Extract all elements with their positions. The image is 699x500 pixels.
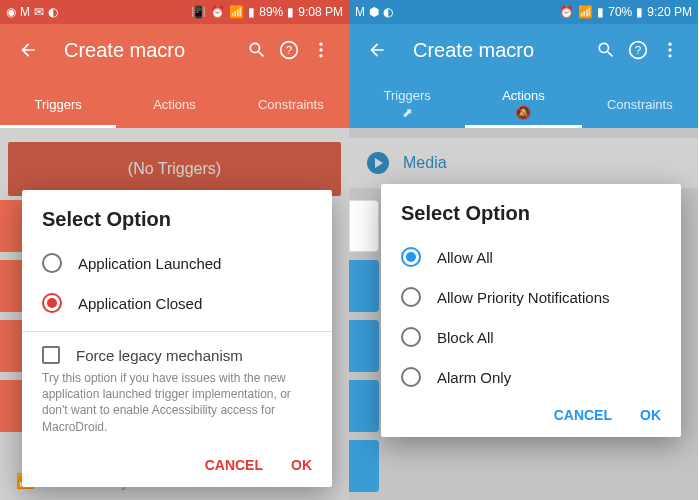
cancel-button[interactable]: CANCEL <box>554 407 612 423</box>
overflow-button[interactable] <box>305 40 337 60</box>
checkbox-icon <box>42 346 60 364</box>
help-button[interactable]: ? <box>273 40 305 60</box>
radio-icon <box>42 253 62 273</box>
svg-point-7 <box>668 43 671 46</box>
svg-text:?: ? <box>635 43 642 56</box>
select-option-dialog: Select Option Application Launched Appli… <box>22 190 332 487</box>
radio-application-launched[interactable]: Application Launched <box>22 243 332 283</box>
ok-button[interactable]: OK <box>640 407 661 423</box>
clock: 9:20 PM <box>647 5 692 19</box>
status-bar: M ⬢ ◐ ⏰ 📶 ▮ 70% ▮ 9:20 PM <box>349 0 698 24</box>
notif-icon: M <box>20 5 30 19</box>
battery-percent: 70% <box>608 5 632 19</box>
search-button[interactable] <box>590 40 622 60</box>
radio-icon <box>42 293 62 313</box>
wifi-icon: 📶 <box>229 5 244 19</box>
vibrate-icon: 📳 <box>191 5 206 19</box>
checkbox-force-legacy[interactable]: Force legacy mechanism <box>22 336 332 370</box>
sidebar-icon <box>349 200 379 252</box>
sidebar-icon <box>349 260 379 312</box>
radio-allow-priority[interactable]: Allow Priority Notifications <box>381 277 681 317</box>
battery-icon: ▮ <box>287 5 294 19</box>
battery-icon: ▮ <box>636 5 643 19</box>
tab-constraints[interactable]: Constraints <box>233 76 349 128</box>
svg-point-3 <box>319 48 322 51</box>
notif-icon: ⬢ <box>369 5 379 19</box>
svg-point-9 <box>668 54 671 57</box>
tab-triggers[interactable]: Triggers⬈ <box>349 76 465 128</box>
tab-actions[interactable]: Actions <box>116 76 232 128</box>
app-bar: Create macro ? <box>0 24 349 76</box>
radio-icon <box>401 367 421 387</box>
dialog-title: Select Option <box>22 190 332 243</box>
svg-text:?: ? <box>286 43 293 56</box>
radio-alarm-only[interactable]: Alarm Only <box>381 357 681 397</box>
radio-application-closed[interactable]: Application Closed <box>22 283 332 323</box>
signal-icon: ▮ <box>248 5 255 19</box>
tab-triggers[interactable]: Triggers <box>0 76 116 128</box>
radio-allow-all[interactable]: Allow All <box>381 237 681 277</box>
help-button[interactable]: ? <box>622 40 654 60</box>
status-bar: ◉ M ✉ ◐ 📳 ⏰ 📶 ▮ 89% ▮ 9:08 PM <box>0 0 349 24</box>
notif-icon: M <box>355 5 365 19</box>
radio-icon <box>401 327 421 347</box>
notif-icon: ◐ <box>383 5 393 19</box>
tab-bar: Triggers⬈ Actions🔕 Constraints <box>349 76 698 128</box>
tab-actions[interactable]: Actions🔕 <box>465 76 581 128</box>
svg-point-2 <box>319 43 322 46</box>
back-button[interactable] <box>12 40 44 60</box>
cancel-button[interactable]: CANCEL <box>205 457 263 473</box>
overflow-button[interactable] <box>654 40 686 60</box>
tab-bar: Triggers Actions Constraints <box>0 76 349 128</box>
svg-point-8 <box>668 48 671 51</box>
ok-button[interactable]: OK <box>291 457 312 473</box>
svg-point-4 <box>319 54 322 57</box>
clock: 9:08 PM <box>298 5 343 19</box>
sidebar-icon <box>349 440 379 492</box>
notif-icon: ◐ <box>48 5 58 19</box>
alarm-icon: ⏰ <box>210 5 225 19</box>
battery-percent: 89% <box>259 5 283 19</box>
select-option-dialog: Select Option Allow All Allow Priority N… <box>381 184 681 437</box>
hint-text: Try this option if you have issues with … <box>22 370 332 447</box>
dialog-title: Select Option <box>381 184 681 237</box>
radio-block-all[interactable]: Block All <box>381 317 681 357</box>
page-title: Create macro <box>64 39 241 62</box>
notif-icon: ◉ <box>6 5 16 19</box>
search-button[interactable] <box>241 40 273 60</box>
tab-constraints[interactable]: Constraints <box>582 76 698 128</box>
alarm-icon: ⏰ <box>559 5 574 19</box>
wifi-icon: 📶 <box>578 5 593 19</box>
radio-icon <box>401 247 421 267</box>
sidebar-icon <box>349 320 379 372</box>
back-button[interactable] <box>361 40 393 60</box>
open-icon: ⬈ <box>402 105 413 120</box>
page-title: Create macro <box>413 39 590 62</box>
mail-icon: ✉ <box>34 5 44 19</box>
app-bar: Create macro ? <box>349 24 698 76</box>
radio-icon <box>401 287 421 307</box>
mute-icon: 🔕 <box>515 105 531 120</box>
sidebar-icon <box>349 380 379 432</box>
signal-icon: ▮ <box>597 5 604 19</box>
